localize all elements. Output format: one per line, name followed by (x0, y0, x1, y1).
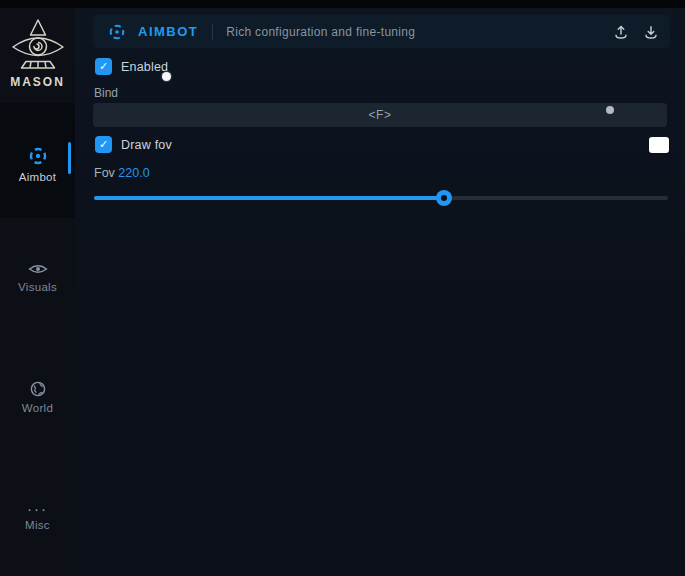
sidebar-item-label: World (0, 402, 75, 414)
slider-fill (94, 196, 444, 200)
app-window: MASON Aimbot Visuals W (0, 0, 685, 576)
active-tab-indicator (68, 142, 71, 174)
sidebar: MASON Aimbot Visuals W (0, 8, 75, 576)
globe-icon (30, 381, 46, 397)
brand-logo: MASON (0, 18, 75, 89)
check-icon: ✓ (99, 138, 108, 150)
ellipsis-icon: ··· (0, 504, 75, 514)
fov-value: 220.0 (118, 166, 149, 180)
enabled-label: Enabled (121, 60, 168, 74)
fov-slider[interactable] (94, 188, 668, 208)
brand-name: MASON (0, 75, 75, 89)
window-top-strip (0, 0, 685, 8)
sidebar-item-label: Misc (0, 519, 75, 531)
check-icon: ✓ (99, 60, 108, 72)
indicator-dot (606, 106, 614, 114)
crosshair-icon (28, 146, 48, 166)
mason-eye-pyramid-icon (9, 18, 67, 72)
fov-label-text: Fov (94, 166, 115, 180)
bind-key-value: <F> (369, 108, 392, 122)
sidebar-item-visuals[interactable]: Visuals (0, 258, 75, 304)
fov-color-swatch[interactable] (649, 137, 669, 153)
sidebar-item-world[interactable]: World (0, 378, 75, 422)
sidebar-item-label: Aimbot (0, 171, 75, 183)
main-panel: AIMBOT Rich configuration and fine-tunin… (75, 8, 685, 576)
import-config-button[interactable] (636, 15, 666, 48)
header-divider (212, 24, 213, 40)
mouse-cursor-dot (162, 72, 171, 81)
section-header: AIMBOT Rich configuration and fine-tunin… (93, 15, 670, 48)
sidebar-item-label: Visuals (0, 281, 75, 293)
eye-icon (28, 262, 48, 276)
export-icon (613, 24, 629, 40)
draw-fov-label: Draw fov (121, 138, 172, 152)
sidebar-item-aimbot[interactable]: Aimbot (0, 103, 75, 218)
enabled-checkbox[interactable]: ✓ (95, 58, 112, 75)
bind-label: Bind (94, 86, 118, 100)
section-title: AIMBOT (138, 24, 198, 39)
slider-thumb[interactable] (436, 190, 452, 206)
fov-label: Fov 220.0 (94, 166, 150, 180)
sidebar-item-misc[interactable]: ··· Misc (0, 496, 75, 542)
bind-key-input[interactable]: <F> (93, 103, 667, 127)
draw-fov-checkbox[interactable]: ✓ (95, 136, 112, 153)
export-config-button[interactable] (606, 15, 636, 48)
crosshair-icon (108, 23, 126, 41)
import-icon (643, 24, 659, 40)
section-subtitle: Rich configuration and fine-tuning (226, 25, 415, 39)
